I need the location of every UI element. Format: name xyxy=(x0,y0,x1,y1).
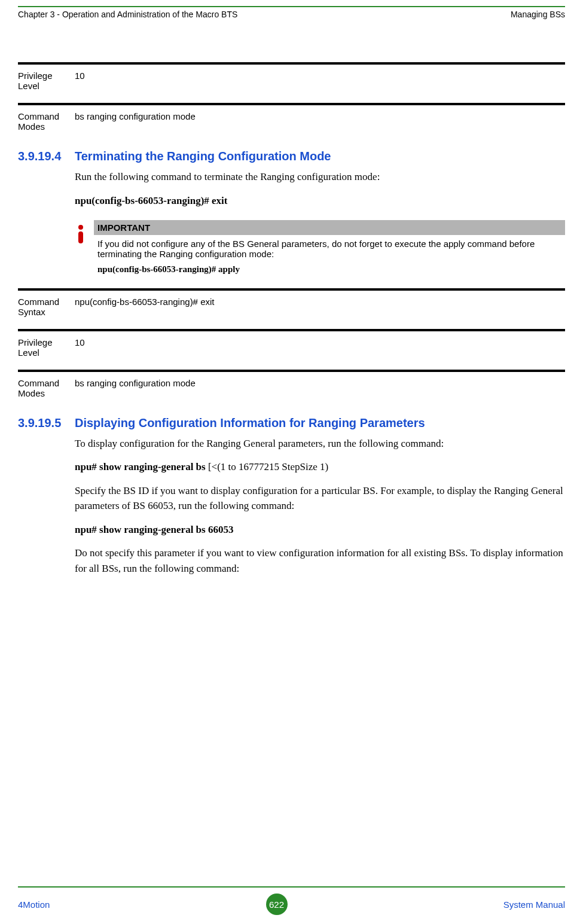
header-rule xyxy=(18,6,565,7)
property-table-section1: Command Syntax npu(config-bs-66053-rangi… xyxy=(18,288,565,410)
property-value: npu(config-bs-66053-ranging)# exit xyxy=(75,297,565,317)
important-code: npu(config-bs-66053-ranging)# apply xyxy=(94,259,565,276)
property-value: bs ranging configuration mode xyxy=(75,111,565,132)
page-container: Chapter 3 - Operation and Administration… xyxy=(0,0,583,924)
footer-right: System Manual xyxy=(503,899,565,910)
property-label: Command Syntax xyxy=(18,297,75,317)
important-content: IMPORTANT If you did not configure any o… xyxy=(94,220,565,276)
header-right: Managing BSs xyxy=(511,10,565,19)
command-prefix: npu(config-bs-66053-ranging)# xyxy=(75,195,212,206)
property-row: Command Modes bs ranging configuration m… xyxy=(18,103,565,144)
property-label: Command Modes xyxy=(18,378,75,398)
important-icon xyxy=(75,220,94,276)
property-label: Privilege Level xyxy=(18,337,75,358)
property-label: Command Modes xyxy=(18,111,75,132)
section2-cmd2: npu# show ranging-general bs 66053 xyxy=(75,522,565,538)
important-text: If you did not configure any of the BS G… xyxy=(94,235,565,259)
section-heading: 3.9.19.5 Displaying Configuration Inform… xyxy=(18,416,565,430)
important-note: IMPORTANT If you did not configure any o… xyxy=(75,220,565,276)
property-value: 10 xyxy=(75,337,565,358)
section-intro: Run the following command to terminate t… xyxy=(75,169,565,185)
cmd1-bold: npu# show ranging-general bs xyxy=(75,461,206,472)
page-number: 622 xyxy=(269,899,284,910)
footer-left: 4Motion xyxy=(18,899,50,910)
property-table-top: Privilege Level 10 Command Modes bs rang… xyxy=(18,62,565,144)
cmd1-rest: [<(1 to 16777215 StepSize 1) xyxy=(206,461,329,472)
important-heading: IMPORTANT xyxy=(94,220,565,235)
svg-point-0 xyxy=(78,225,83,230)
page-header: Chapter 3 - Operation and Administration… xyxy=(18,10,565,19)
section-title: Displaying Configuration Information for… xyxy=(75,416,425,430)
svg-rect-1 xyxy=(78,231,83,243)
section-heading: 3.9.19.4 Terminating the Ranging Configu… xyxy=(18,150,565,163)
property-row: Privilege Level 10 xyxy=(18,329,565,370)
section2-cmd1: npu# show ranging-general bs [<(1 to 167… xyxy=(75,459,565,475)
property-row: Privilege Level 10 xyxy=(18,62,565,103)
property-label: Privilege Level xyxy=(18,71,75,91)
section-title: Terminating the Ranging Configuration Mo… xyxy=(75,150,331,163)
command-line: npu(config-bs-66053-ranging)# exit xyxy=(75,193,565,209)
section2-p3: Do not specify this parameter if you wan… xyxy=(75,545,565,576)
property-value: 10 xyxy=(75,71,565,91)
header-left: Chapter 3 - Operation and Administration… xyxy=(18,10,237,19)
section-number: 3.9.19.5 xyxy=(18,416,75,430)
property-row: Command Modes bs ranging configuration m… xyxy=(18,370,565,410)
page-number-badge: 622 xyxy=(266,893,288,915)
footer-rule xyxy=(18,886,565,888)
section2-p1: To display configuration for the Ranging… xyxy=(75,436,565,452)
page-footer: 4Motion 622 System Manual xyxy=(18,886,565,915)
property-row: Command Syntax npu(config-bs-66053-rangi… xyxy=(18,288,565,329)
section-number: 3.9.19.4 xyxy=(18,150,75,163)
command-cmd: exit xyxy=(212,195,227,206)
property-value: bs ranging configuration mode xyxy=(75,378,565,398)
section2-p2: Specify the BS ID if you want to display… xyxy=(75,483,565,514)
